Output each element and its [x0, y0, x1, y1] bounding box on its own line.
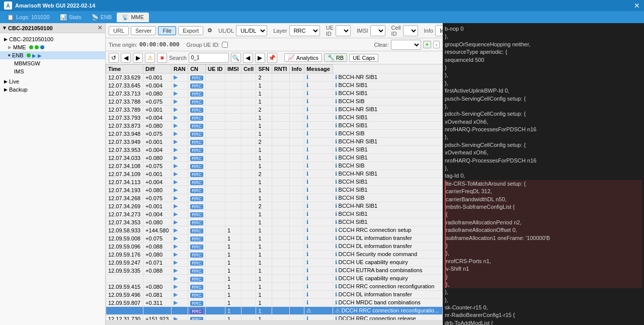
cellid-select[interactable]	[403, 25, 418, 36]
stop-button[interactable]: ■	[157, 53, 167, 63]
next-button[interactable]: ▶	[133, 53, 143, 63]
cell-cell: 1	[256, 299, 272, 307]
rb-button[interactable]: 🔧 RB	[324, 53, 347, 62]
table-row[interactable]: 12.12.31.730 +151.923 ▶ RRC 1 1 ℹ ℹ DCCH…	[106, 315, 443, 320]
table-row[interactable]: 12.09.59.096 +0.088 ▶ RRC 1 1 ℹ ℹ DCCH D…	[106, 242, 443, 251]
table-row[interactable]: 12.07.34.269 +0.001 ▶ RRC 2 ℹ ℹ BCCH-NR …	[106, 202, 443, 210]
info-select[interactable]: Info	[435, 25, 443, 36]
group-ue-checkbox[interactable]	[222, 42, 228, 48]
minus-button[interactable]: -	[433, 41, 440, 48]
cell-info: ℹ	[304, 226, 333, 234]
table-row[interactable]: 12.07.34.273 +0.004 ▶ RRC 1 ℹ ℹ BCCH SIB…	[106, 210, 443, 218]
cell-cn	[206, 130, 225, 138]
table-row[interactable]: 12.09.59.008 +0.075 ▶ RRC 1 1 ℹ ℹ DCCH D…	[106, 234, 443, 242]
cell-ran: RRC	[188, 307, 206, 315]
analytics-button[interactable]: 📈 Analytics	[284, 53, 322, 62]
tab-stats[interactable]: 📊 Stats	[55, 13, 87, 22]
cell-rnti	[289, 178, 304, 186]
table-row[interactable]: 12.07.33.948 +0.075 ▶ RRC 1 ℹ ℹ BCCH SIB	[106, 130, 443, 138]
cell-ueid: 1	[225, 283, 241, 291]
table-row[interactable]: 12.07.33.789 +0.001 ▶ RRC 2 ℹ ℹ BCCH-NR …	[106, 106, 443, 114]
cell-info: ⚠	[304, 307, 333, 315]
app-title: Amarisoft Web GUI 2022-02-14	[15, 3, 95, 9]
app-icon: A	[4, 2, 12, 10]
table-row[interactable]: 12.07.33.953 +0.004 ▶ RRC 1 ℹ ℹ BCCH SIB…	[106, 146, 443, 154]
cell-dir: ▶	[171, 202, 188, 210]
tree-item-mme[interactable]: ▶ MME	[0, 43, 105, 51]
horizontal-scrollbar[interactable]	[106, 320, 443, 325]
cell-imsi	[241, 98, 256, 106]
ue-caps-button[interactable]: UE Caps	[349, 54, 378, 62]
table-row[interactable]: 12.07.33.629 +0.001 ▶ RRC 2 ℹ ℹ BCCH-NR …	[106, 73, 443, 82]
cell-ran: RRC	[188, 210, 206, 218]
layer-select[interactable]: RRCPDCPRLCMAC	[289, 25, 320, 36]
file-button[interactable]: File	[158, 26, 176, 35]
table-row[interactable]: 12.09.59.247 +0.071 ▶ RRC 1 1 ℹ ℹ DCCH U…	[106, 259, 443, 267]
cell-time: 12.07.34.268	[106, 194, 143, 202]
cell-dir: ▶	[171, 90, 188, 98]
pin-icon-btn[interactable]: 📌	[267, 53, 277, 63]
fwd-icon-btn[interactable]: ▶	[255, 53, 265, 63]
server-button[interactable]: Server	[131, 26, 156, 35]
tree-item-mbmsgw[interactable]: MBMSGW	[0, 59, 105, 67]
table-row[interactable]: 12.07.34.033 +0.080 ▶ RRC 1 ℹ ℹ BCCH SIB…	[106, 154, 443, 162]
table-row[interactable]: 12.07.33.793 +0.004 ▶ RRC 1 ℹ ℹ BCCH SIB…	[106, 114, 443, 122]
tab-enb[interactable]: 📡 ENB	[87, 13, 117, 22]
prev-button[interactable]: ◀	[121, 53, 131, 63]
tree-item-cbc[interactable]: ▶ CBC-2021050100	[0, 35, 105, 43]
table-row[interactable]: ▶ RRC 1 1 ⚠ ⚠ DCCH RRC connection reconf…	[106, 307, 443, 315]
table-row[interactable]: 12.09.59.415 +0.080 ▶ RRC 1 1 ℹ ℹ DCCH R…	[106, 283, 443, 291]
cell-ueid: 1	[225, 275, 241, 283]
panel-close-button[interactable]: ✕	[98, 25, 102, 31]
table-row[interactable]: 12.07.34.113 +0.004 ▶ RRC 1 ℹ ℹ BCCH SIB…	[106, 178, 443, 186]
cell-diff: +0.088	[143, 267, 172, 275]
url-button[interactable]: URL	[109, 26, 129, 35]
cell-sfn	[272, 275, 289, 283]
clear-select[interactable]	[391, 40, 421, 50]
search-input[interactable]	[189, 53, 229, 63]
cell-diff: +0.075	[143, 194, 172, 202]
export-button[interactable]: Export	[178, 26, 203, 35]
imsi-select[interactable]	[370, 25, 385, 36]
table-row[interactable]: 12.09.58.933 +144.580 ▶ RRC 1 1 ℹ ℹ CCCH…	[106, 226, 443, 234]
table-row[interactable]: 12.09.59.335 +0.088 ▶ RRC 1 1 ℹ ℹ DCCH E…	[106, 267, 443, 275]
table-row[interactable]: 12.07.34.268 +0.075 ▶ RRC 1 ℹ ℹ BCCH SIB	[106, 194, 443, 202]
table-row[interactable]: 12.07.34.353 +0.080 ▶ RRC 1 ℹ ℹ BCCH SIB…	[106, 218, 443, 226]
refresh-button[interactable]: ↺	[109, 53, 119, 63]
direction-select[interactable]: UL/DLULDL	[236, 25, 267, 36]
table-row[interactable]: 12.07.33.713 +0.080 ▶ RRC 1 ℹ ℹ BCCH SIB…	[106, 90, 443, 98]
table-row[interactable]: 12.07.34.193 +0.080 ▶ RRC 1 ℹ ℹ BCCH SIB…	[106, 186, 443, 194]
log-table-container[interactable]: Time Diff RAN CN UE ID IMSI Cell SFN RNT…	[106, 64, 443, 320]
log-table: Time Diff RAN CN UE ID IMSI Cell SFN RNT…	[106, 64, 443, 320]
warning-button[interactable]: ⚠	[145, 53, 155, 63]
table-row[interactable]: 12.07.33.788 +0.075 ▶ RRC 1 ℹ ℹ BCCH SIB	[106, 98, 443, 106]
cell-ueid: 1	[225, 291, 241, 299]
tree-item-ims[interactable]: IMS	[0, 67, 105, 75]
table-row[interactable]: 12.09.59.176 +0.080 ▶ RRC 1 1 ℹ ℹ DCCH S…	[106, 251, 443, 259]
tree-item-enb[interactable]: ▾ ENB ▶ ▶	[0, 51, 105, 59]
cell-cn	[206, 186, 225, 194]
tab-mme[interactable]: 📡 MME	[117, 13, 149, 22]
table-row[interactable]: 12.07.33.645 +0.004 ▶ RRC 1 ℹ ℹ BCCH SIB…	[106, 82, 443, 90]
cell-message: ℹ DCCH Security mode command	[333, 251, 443, 259]
cell-info: ℹ	[304, 242, 333, 251]
add-button[interactable]: +	[423, 41, 431, 48]
table-row[interactable]: 12.07.34.108 +0.075 ▶ RRC 1 ℹ ℹ BCCH SIB	[106, 162, 443, 170]
toolbar-row3: ↺ ◀ ▶ ⚠ ■ Search 🔍 ◀ ▶ 📌 📈 Analytics 🔧 R…	[106, 51, 443, 64]
cell-ran: RRC	[188, 106, 206, 114]
close-button[interactable]: ✕	[634, 2, 640, 10]
table-row[interactable]: 12.07.34.109 +0.001 ▶ RRC 2 ℹ ℹ BCCH-NR …	[106, 170, 443, 178]
table-row[interactable]: ▶ RRC 1 1 ℹ ℹ DCCH UE capability enquiry	[106, 275, 443, 283]
ueid-select[interactable]	[336, 25, 351, 36]
back-icon-btn[interactable]: ◀	[243, 53, 253, 63]
cell-message: ℹ BCCH SIB1	[333, 178, 443, 186]
cell-sfn	[272, 242, 289, 251]
table-row[interactable]: 12.09.59.496 +0.081 ▶ RRC 1 1 ℹ ℹ DCCH D…	[106, 291, 443, 299]
tree-item-backup[interactable]: ▶ Backup	[0, 86, 105, 94]
search-icon-btn[interactable]: 🔍	[231, 53, 241, 63]
table-row[interactable]: 12.07.33.873 +0.080 ▶ RRC 1 ℹ ℹ BCCH SIB…	[106, 122, 443, 130]
table-row[interactable]: 12.07.33.949 +0.001 ▶ RRC 2 ℹ ℹ BCCH-NR …	[106, 138, 443, 146]
table-row[interactable]: 12.09.59.807 +0.311 ▶ RRC 1 1 ℹ ℹ DCCH M…	[106, 299, 443, 307]
tab-logs[interactable]: 📋 Logs: 101020	[2, 13, 55, 22]
tree-item-live[interactable]: ▶ Live	[0, 77, 105, 86]
